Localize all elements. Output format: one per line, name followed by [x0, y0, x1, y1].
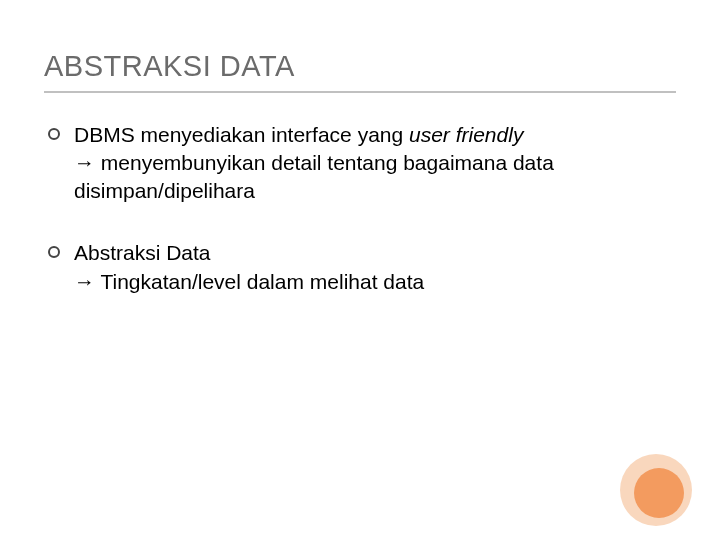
bullet-marker-icon	[48, 246, 60, 258]
bullet-item: Abstraksi Data → Tingkatan/level dalam m…	[48, 239, 676, 295]
slide-content: DBMS menyediakan interface yang user fri…	[44, 121, 676, 296]
slide-title: ABSTRAKSI DATA	[44, 50, 676, 83]
decorative-circle-inner	[634, 468, 684, 518]
decorative-circle	[620, 454, 692, 526]
slide: ABSTRAKSI DATA DBMS menyediakan interfac…	[0, 0, 720, 540]
title-divider	[44, 91, 676, 93]
text-segment: DBMS menyediakan interface yang	[74, 123, 409, 146]
bullet-item: DBMS menyediakan interface yang user fri…	[48, 121, 676, 205]
text-segment: Abstraksi Data	[74, 241, 211, 264]
bullet-marker-icon	[48, 128, 60, 140]
text-segment: Tingkatan/level dalam melihat data	[95, 270, 424, 293]
bullet-text: Abstraksi Data → Tingkatan/level dalam m…	[74, 239, 676, 295]
bullet-text: DBMS menyediakan interface yang user fri…	[74, 121, 676, 205]
arrow-icon: →	[74, 151, 95, 174]
text-italic: user friendly	[409, 123, 523, 146]
text-segment: menyembunyikan detail tentang bagaimana …	[74, 151, 554, 202]
arrow-icon: →	[74, 270, 95, 293]
